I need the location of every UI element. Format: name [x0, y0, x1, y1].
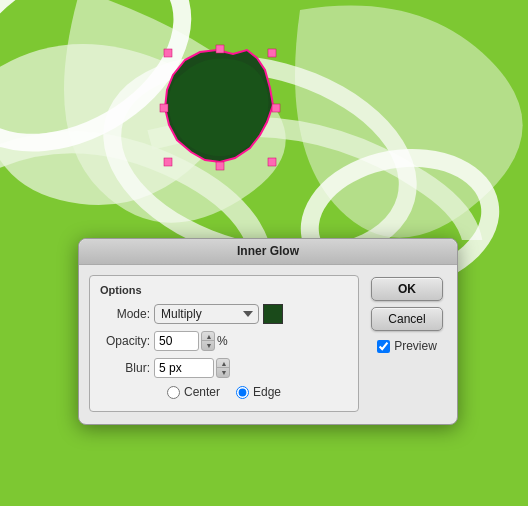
blur-label: Blur: — [100, 361, 150, 375]
opacity-down-arrow[interactable]: ▼ — [202, 341, 215, 350]
dialog-right-panel: OK Cancel Preview — [367, 275, 447, 412]
center-radio-label[interactable]: Center — [167, 385, 220, 399]
blur-up-arrow[interactable]: ▲ — [217, 359, 230, 368]
edge-radio[interactable] — [236, 386, 249, 399]
opacity-row: Opacity: ▲ ▼ % — [100, 331, 348, 351]
svg-rect-5 — [216, 162, 224, 170]
mode-row: Mode: Multiply Normal Dissolve Screen Ov… — [100, 304, 348, 324]
preview-row: Preview — [377, 339, 437, 353]
center-radio[interactable] — [167, 386, 180, 399]
preview-label[interactable]: Preview — [394, 339, 437, 353]
blur-spinner-buttons[interactable]: ▲ ▼ — [216, 358, 230, 378]
edge-label: Edge — [253, 385, 281, 399]
opacity-unit: % — [217, 334, 228, 348]
opacity-label: Opacity: — [100, 334, 150, 348]
opacity-spinner-buttons[interactable]: ▲ ▼ — [201, 331, 215, 351]
dialog-title: Inner Glow — [237, 244, 299, 258]
selected-shape — [155, 40, 285, 180]
blob-svg — [155, 40, 285, 180]
options-title: Options — [100, 284, 348, 296]
radio-row: Center Edge — [100, 385, 348, 399]
center-label: Center — [184, 385, 220, 399]
mode-label: Mode: — [100, 307, 150, 321]
blur-spinner: ▲ ▼ — [154, 358, 230, 378]
blur-row: Blur: ▲ ▼ — [100, 358, 348, 378]
mode-select-container: Multiply Normal Dissolve Screen Overlay … — [154, 304, 283, 324]
opacity-input[interactable] — [154, 331, 199, 351]
options-panel: Options Mode: Multiply Normal Dissolve S… — [89, 275, 359, 412]
inner-glow-dialog: Inner Glow Options Mode: Multiply Normal… — [78, 238, 458, 425]
ok-button[interactable]: OK — [371, 277, 443, 301]
svg-rect-4 — [216, 45, 224, 53]
svg-rect-2 — [164, 158, 172, 166]
cancel-button[interactable]: Cancel — [371, 307, 443, 331]
color-swatch[interactable] — [263, 304, 283, 324]
svg-rect-1 — [268, 49, 276, 57]
svg-rect-6 — [160, 104, 168, 112]
opacity-up-arrow[interactable]: ▲ — [202, 332, 215, 341]
edge-radio-label[interactable]: Edge — [236, 385, 281, 399]
svg-rect-7 — [272, 104, 280, 112]
svg-rect-0 — [164, 49, 172, 57]
dialog-body: Options Mode: Multiply Normal Dissolve S… — [79, 265, 457, 424]
preview-checkbox[interactable] — [377, 340, 390, 353]
blur-input[interactable] — [154, 358, 214, 378]
dialog-titlebar: Inner Glow — [79, 239, 457, 265]
blur-down-arrow[interactable]: ▼ — [217, 368, 230, 377]
opacity-spinner: ▲ ▼ % — [154, 331, 228, 351]
mode-select[interactable]: Multiply Normal Dissolve Screen Overlay … — [154, 304, 259, 324]
svg-rect-3 — [268, 158, 276, 166]
